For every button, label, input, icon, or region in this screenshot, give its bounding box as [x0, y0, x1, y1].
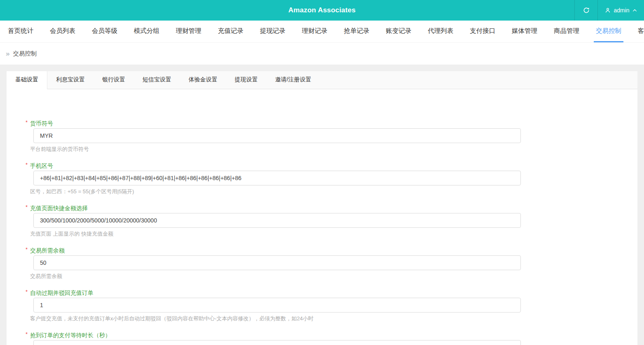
- tab-interest-settings[interactable]: 利息宝设置: [47, 71, 93, 89]
- tab-sms-settings[interactable]: 短信宝设置: [134, 71, 180, 89]
- required-asterisk: *: [26, 161, 28, 169]
- field-help-text: 区号，如巴西：+55 = 55(多个区号用|5隔开): [30, 188, 637, 195]
- nav-item-member-list[interactable]: 会员列表: [48, 21, 77, 42]
- nav-item-product-mgmt[interactable]: 商品管理: [552, 21, 581, 42]
- tab-trial-fund-settings[interactable]: 体验金设置: [180, 71, 226, 89]
- required-asterisk: *: [26, 245, 28, 254]
- required-asterisk: *: [26, 330, 28, 338]
- field-help-text: 平台前端显示的货币符号: [30, 146, 637, 153]
- user-icon: [604, 7, 611, 14]
- main-nav: 首页统计 会员列表 会员等级 模式分组 理财管理 充值记录 提现记录 理财记录 …: [0, 21, 644, 43]
- payment-wait-time-input[interactable]: [33, 340, 521, 345]
- field-help-text: 充值页面 上面显示的 快捷充值金额: [30, 230, 637, 238]
- basic-settings-form: *货币符号 平台前端显示的货币符号 *手机区号 区号，如巴西：+55 = 55(…: [7, 89, 637, 345]
- app-header: Amazon Associates admin: [0, 0, 644, 21]
- required-balance-input[interactable]: [33, 255, 521, 270]
- tab-withdraw-settings[interactable]: 提现设置: [226, 71, 266, 89]
- admin-username: admin: [614, 7, 629, 14]
- field-quick-amounts: *充值页面快捷金额选择 充值页面 上面显示的 快捷充值金额: [30, 204, 637, 238]
- breadcrumb: » 交易控制: [0, 43, 644, 65]
- header-right-controls: admin: [574, 0, 644, 21]
- app-title: Amazon Associates: [0, 6, 644, 14]
- nav-item-trade-control[interactable]: 交易控制: [594, 21, 623, 42]
- field-help-text: 客户提交充值，未支付的充值订单x小时后自动过期驳回（驳回内容在帮助中心-文本内容…: [30, 315, 637, 322]
- required-asterisk: *: [26, 203, 28, 211]
- field-label: *抢到订单的支付等待时长（秒）: [30, 331, 111, 339]
- nav-item-finance-log[interactable]: 理财记录: [300, 21, 329, 42]
- nav-item-balance-log[interactable]: 账变记录: [384, 21, 413, 42]
- admin-menu-button[interactable]: admin: [598, 0, 644, 21]
- nav-item-service-list[interactable]: 客服列表: [636, 21, 644, 42]
- field-label: *充值页面快捷金额选择: [30, 204, 88, 212]
- field-label: *自动过期并驳回充值订单: [30, 289, 93, 297]
- refresh-icon: [583, 7, 590, 14]
- field-label: *手机区号: [30, 162, 53, 170]
- content-area: 基础设置 利息宝设置 银行设置 短信宝设置 体验金设置 提现设置 邀请/注册设置…: [0, 65, 644, 345]
- auto-expire-orders-input[interactable]: [33, 298, 521, 313]
- quick-amounts-input[interactable]: [33, 213, 521, 228]
- field-auto-expire-orders: *自动过期并驳回充值订单 客户提交充值，未支付的充值订单x小时后自动过期驳回（驳…: [30, 289, 637, 322]
- chevron-up-icon: [632, 8, 637, 13]
- nav-item-withdraw-log[interactable]: 提现记录: [258, 21, 287, 42]
- breadcrumb-chevrons-icon: »: [6, 50, 9, 57]
- refresh-button[interactable]: [575, 0, 597, 21]
- settings-panel: 基础设置 利息宝设置 银行设置 短信宝设置 体验金设置 提现设置 邀请/注册设置…: [7, 71, 637, 345]
- nav-item-recharge-log[interactable]: 充值记录: [216, 21, 245, 42]
- field-help-text: 交易所需余额: [30, 273, 637, 280]
- nav-item-agent-list[interactable]: 代理列表: [426, 21, 455, 42]
- nav-item-member-level[interactable]: 会员等级: [90, 21, 119, 42]
- settings-tabs: 基础设置 利息宝设置 银行设置 短信宝设置 体验金设置 提现设置 邀请/注册设置: [7, 71, 637, 89]
- field-required-balance: *交易所需余额 交易所需余额: [30, 246, 637, 280]
- nav-item-payment-api[interactable]: 支付接口: [468, 21, 497, 42]
- currency-symbol-input[interactable]: [33, 128, 521, 143]
- field-label: *交易所需余额: [30, 246, 65, 255]
- tab-invite-register-settings[interactable]: 邀请/注册设置: [266, 71, 320, 89]
- breadcrumb-current-page: 交易控制: [13, 50, 37, 58]
- nav-item-media-mgmt[interactable]: 媒体管理: [510, 21, 539, 42]
- nav-item-mode-group[interactable]: 模式分组: [132, 21, 161, 42]
- required-asterisk: *: [26, 118, 28, 127]
- required-asterisk: *: [26, 288, 28, 296]
- nav-item-home-stats[interactable]: 首页统计: [6, 21, 35, 42]
- nav-item-grab-order-log[interactable]: 抢单记录: [342, 21, 371, 42]
- phone-area-code-input[interactable]: [33, 171, 521, 185]
- tab-basic-settings[interactable]: 基础设置: [7, 71, 47, 89]
- field-phone-area-code: *手机区号 区号，如巴西：+55 = 55(多个区号用|5隔开): [30, 162, 637, 195]
- tab-bank-settings[interactable]: 银行设置: [93, 71, 134, 89]
- field-currency-symbol: *货币符号 平台前端显示的货币符号: [30, 119, 637, 153]
- field-label: *货币符号: [30, 119, 53, 127]
- nav-item-finance-mgmt[interactable]: 理财管理: [174, 21, 203, 42]
- field-payment-wait-time: *抢到订单的支付等待时长（秒）: [30, 331, 637, 345]
